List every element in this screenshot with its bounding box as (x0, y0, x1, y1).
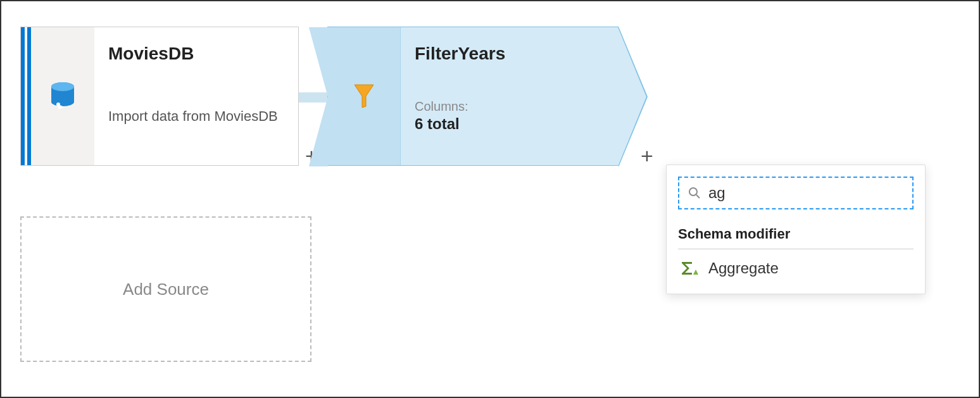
filter-meta-label: Columns: (415, 99, 604, 114)
transform-picker-popup: Schema modifier Aggregate (666, 165, 926, 294)
svg-line-4 (696, 195, 700, 198)
section-title: Schema modifier (678, 226, 914, 249)
search-icon (688, 187, 701, 199)
source-icon-col (31, 27, 94, 165)
filter-meta-value: 6 total (415, 115, 604, 133)
svg-point-2 (56, 103, 60, 106)
sigma-icon (681, 261, 698, 276)
filter-title: FilterYears (415, 44, 604, 64)
filter-body: FilterYears Columns: 6 total (401, 27, 618, 165)
database-icon (49, 82, 76, 111)
search-input[interactable] (708, 184, 903, 202)
filter-node-filteryears[interactable]: FilterYears Columns: 6 total (327, 27, 619, 166)
add-transform-button[interactable]: + (641, 144, 653, 168)
funnel-icon (353, 84, 375, 109)
add-source-button[interactable]: Add Source (20, 216, 311, 362)
source-body: MoviesDB Import data from MoviesDB (94, 27, 298, 165)
svg-point-3 (689, 188, 697, 196)
filter-icon-col (328, 27, 401, 165)
result-label: Aggregate (708, 259, 779, 277)
search-box[interactable] (678, 177, 914, 209)
source-description: Import data from MoviesDB (108, 108, 284, 125)
source-title: MoviesDB (108, 44, 284, 64)
add-source-label: Add Source (123, 280, 209, 299)
result-item-aggregate[interactable]: Aggregate (678, 249, 914, 280)
svg-point-1 (51, 82, 74, 91)
source-node-moviesdb[interactable]: MoviesDB Import data from MoviesDB (20, 27, 299, 166)
dataflow-canvas[interactable]: MoviesDB Import data from MoviesDB + Fil… (1, 1, 979, 397)
